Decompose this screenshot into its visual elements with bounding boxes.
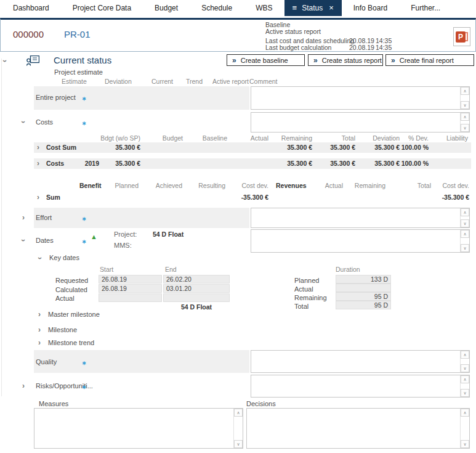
col-achieved: Achieved	[142, 182, 182, 189]
scrollbar[interactable]: ∧ ∨	[460, 409, 469, 448]
tab-schedule[interactable]: Schedule	[190, 0, 244, 16]
expand-milestone-icon[interactable]: ›	[38, 327, 41, 333]
entire-project-comment-box[interactable]: ∧ ∨	[251, 86, 470, 110]
last-budget-date: 20.08.19	[349, 44, 374, 51]
estimate-marker-icon[interactable]: ∗	[82, 239, 87, 245]
tab-info-board[interactable]: Info Board	[342, 0, 399, 16]
tab-status[interactable]: ≡ Status ×	[284, 0, 342, 16]
collapse-dates-icon[interactable]: ›	[20, 239, 26, 242]
expand-costs-2019-icon[interactable]: ›	[37, 160, 39, 166]
expand-effort-icon[interactable]: ›	[22, 214, 25, 221]
estimate-marker-icon[interactable]: ∗	[82, 120, 87, 126]
scroll-down-icon[interactable]: ∨	[461, 440, 469, 448]
total-duration-label: Total	[294, 303, 309, 310]
quality-row	[34, 350, 249, 373]
scrollbar[interactable]: ∧ ∨	[460, 113, 469, 132]
page-title: Current status	[54, 55, 111, 65]
scrollbar[interactable]: ∧ ∨	[460, 87, 469, 109]
col-remaining-revenues: Remaining	[342, 182, 385, 189]
estimate-marker-icon[interactable]: ∗	[82, 216, 87, 222]
entire-project-label: Entire project	[36, 94, 76, 101]
tab-project-core-data[interactable]: Project Core Data	[61, 0, 143, 16]
decisions-text-box[interactable]: ∧ ∨	[246, 408, 470, 449]
run-icon: »	[391, 56, 395, 65]
dates-comment-box[interactable]: ∧ ∨	[251, 229, 470, 253]
collapse-key-dates-icon[interactable]: ›	[37, 257, 43, 259]
expand-milestone-trend-icon[interactable]: ›	[38, 340, 41, 346]
scroll-down-icon[interactable]: ∨	[461, 389, 469, 397]
close-tab-icon[interactable]: ×	[329, 0, 334, 16]
costs-2019-remaining: 35.300 €	[274, 160, 312, 167]
scrollbar[interactable]: ∧ ∨	[460, 208, 469, 227]
scroll-down-icon[interactable]: ∨	[461, 244, 469, 252]
scroll-down-icon[interactable]: ∨	[461, 124, 469, 132]
tab-wbs[interactable]: WBS	[244, 0, 284, 16]
scrollbar[interactable]: ∧ ∨	[460, 351, 469, 372]
tab-further[interactable]: Further...	[399, 0, 452, 16]
expand-master-milestone-icon[interactable]: ›	[38, 311, 41, 317]
scroll-up-icon[interactable]: ∧	[461, 409, 469, 417]
cost-sum-total: 35.300 €	[317, 144, 355, 151]
scroll-down-icon[interactable]: ∨	[461, 101, 469, 109]
effort-comment-box[interactable]: ∧ ∨	[251, 208, 470, 228]
create-baseline-button[interactable]: » Create baseline	[227, 54, 305, 66]
col-cost-dev-benefit: Cost dev.	[228, 182, 268, 189]
estimate-marker-icon[interactable]: ∗	[82, 96, 87, 102]
effort-label: Effort	[36, 214, 52, 221]
expand-risks-icon[interactable]: ›	[22, 383, 25, 389]
scrollbar[interactable]: ∧ ∨	[233, 409, 243, 448]
scroll-down-icon[interactable]: ∨	[461, 364, 469, 372]
col-trend: Trend	[186, 78, 203, 85]
estimate-marker-icon[interactable]: ∗	[82, 384, 87, 390]
collapse-costs-icon[interactable]: ›	[20, 121, 26, 123]
last-budget-time: 14:35	[376, 44, 392, 51]
create-status-report-button[interactable]: » Create status report	[308, 54, 383, 66]
scroll-up-icon[interactable]: ∧	[234, 409, 243, 417]
collapse-current-status-icon[interactable]: ›	[2, 60, 8, 62]
scroll-up-icon[interactable]: ∧	[461, 351, 469, 359]
estimate-marker-icon[interactable]: ∗	[82, 360, 87, 366]
expand-cost-sum-icon[interactable]: ›	[37, 144, 39, 150]
scroll-down-icon[interactable]: ∨	[234, 440, 243, 448]
measures-text-box[interactable]: ∧ ∨	[34, 408, 243, 449]
master-milestone-label[interactable]: Master milestone	[48, 311, 100, 318]
scrollbar[interactable]: ∧ ∨	[460, 375, 469, 397]
cost-sum-bdgt: 35.300 €	[86, 144, 140, 151]
remaining-duration-cell: 95 D	[336, 292, 391, 301]
section-left-border	[1, 59, 2, 396]
run-icon: »	[313, 56, 318, 65]
planned-duration-cell: 133 D	[336, 275, 391, 284]
quality-comment-box[interactable]: ∧ ∨	[251, 350, 470, 373]
milestone-label[interactable]: Milestone	[48, 326, 77, 333]
col-budget: Budget	[142, 134, 183, 142]
project-estimate-label: Project estimate	[54, 68, 103, 76]
costs-comment-box[interactable]: ∧ ∨	[251, 112, 470, 133]
col-end: End	[165, 266, 177, 273]
menu-icon[interactable]: ≡	[292, 0, 297, 16]
risks-comment-box[interactable]: ∧ ∨	[251, 375, 470, 398]
requested-end-cell: 26.02.20	[163, 275, 230, 284]
scroll-up-icon[interactable]: ∧	[461, 87, 469, 95]
col-current: Current	[151, 78, 173, 85]
create-final-report-button[interactable]: » Create final report	[385, 54, 474, 66]
create-final-report-label: Create final report	[400, 57, 454, 64]
total-duration-cell: 95 D	[336, 301, 391, 309]
tab-budget[interactable]: Budget	[143, 0, 190, 16]
project-id: PR-01	[64, 29, 91, 39]
scroll-up-icon[interactable]: ∧	[461, 375, 469, 383]
quality-label: Quality	[36, 358, 57, 365]
tab-dashboard[interactable]: Dashboard	[1, 0, 61, 16]
costs-2019-deviation: 35.300 €	[358, 160, 400, 167]
key-dates-title: Key dates	[49, 254, 79, 261]
scrollbar[interactable]: ∧ ∨	[460, 230, 469, 252]
scroll-up-icon[interactable]: ∧	[461, 113, 469, 121]
scroll-up-icon[interactable]: ∧	[461, 208, 469, 216]
dates-project-label: Project:	[114, 231, 137, 238]
scroll-down-icon[interactable]: ∨	[461, 219, 469, 227]
cost-sum-label: Cost Sum	[46, 144, 76, 151]
milestone-trend-label[interactable]: Milestone trend	[48, 339, 94, 346]
expand-sum-icon[interactable]: ›	[37, 194, 39, 200]
powerpoint-export-icon[interactable]: P	[453, 27, 470, 46]
calculated-end-cell: 03.01.20	[163, 284, 230, 293]
scroll-up-icon[interactable]: ∧	[461, 230, 469, 238]
